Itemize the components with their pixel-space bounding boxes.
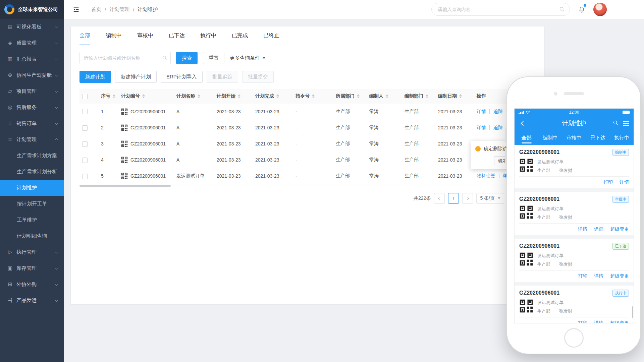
sidebar-subitem[interactable]: 按计划开工单 (0, 196, 64, 212)
card-action-link[interactable]: 详情 (594, 320, 603, 323)
row-action-link[interactable]: 物料变更 (477, 173, 495, 178)
card-action-link[interactable]: 详情 (578, 226, 587, 232)
row-checkbox[interactable] (82, 158, 88, 163)
sort-icon[interactable] (386, 94, 388, 98)
notification-bell-button[interactable] (577, 4, 587, 14)
row-checkbox[interactable] (82, 141, 88, 147)
new-plan-button[interactable]: 新建计划 (79, 71, 111, 83)
phone-scrollbar[interactable] (632, 306, 633, 318)
sort-icon[interactable] (142, 94, 145, 98)
new-schedule-plan-button[interactable]: 新建排产计划 (115, 71, 157, 83)
row-checkbox[interactable] (82, 174, 88, 179)
phone-status-tab[interactable]: 审核中 (562, 131, 586, 145)
card-action-link[interactable]: 打印 (578, 273, 587, 279)
breadcrumb-section[interactable]: 计划管理 (109, 6, 129, 13)
sort-icon[interactable] (312, 94, 315, 98)
plan-card[interactable]: GZ20200906001 执行中 发运测试订单 (515, 286, 634, 323)
sort-icon[interactable] (357, 94, 360, 98)
status-tab[interactable]: 执行中 (200, 26, 216, 45)
search-icon[interactable] (559, 6, 565, 13)
status-tab[interactable]: 已终止 (263, 26, 279, 45)
phone-home-button[interactable] (564, 328, 584, 348)
column-header[interactable]: 序号 (98, 89, 118, 104)
menu-icon[interactable] (623, 121, 629, 126)
status-tab[interactable]: 编制中 (106, 26, 122, 45)
qr-code-icon[interactable] (519, 158, 533, 172)
phone-status-tab[interactable]: 执行中 (610, 131, 634, 145)
sort-icon[interactable] (459, 94, 462, 98)
plan-card[interactable]: GZ20200906001 审批中 发运测试订单 (515, 192, 634, 235)
sort-icon[interactable] (276, 94, 279, 98)
status-tab[interactable]: 审核中 (137, 26, 153, 45)
card-action-link[interactable]: 详情 (620, 179, 629, 185)
breadcrumb-home[interactable]: 首页 (91, 6, 101, 13)
sort-icon[interactable] (238, 94, 240, 98)
phone-status-tab[interactable]: 全部 (515, 131, 538, 145)
card-action-link[interactable]: 超级变更 (610, 273, 629, 279)
reset-button[interactable]: 重置 (203, 52, 224, 64)
search-button[interactable]: 搜索 (176, 52, 198, 64)
sort-icon[interactable] (198, 94, 200, 98)
qr-code-icon[interactable] (519, 299, 533, 313)
select-all-checkbox[interactable] (82, 94, 88, 99)
sidebar-item[interactable]: ▱ 项目管理 (0, 83, 64, 99)
row-checkbox[interactable] (82, 125, 88, 131)
plan-card[interactable]: GZ20200906001 已下达 发运测试订单 (515, 239, 634, 282)
sidebar-subitem[interactable]: 生产需求计划分析 (0, 164, 64, 180)
sort-icon[interactable] (113, 94, 115, 98)
column-header[interactable]: 所属部门 (333, 89, 367, 104)
row-checkbox[interactable] (82, 109, 88, 114)
qr-code-icon[interactable] (121, 173, 128, 179)
row-action-link[interactable]: 追踪 (486, 109, 503, 114)
column-header[interactable]: 编制人 (367, 89, 402, 104)
card-action-link[interactable]: 超级变更 (610, 320, 629, 323)
card-action-link[interactable]: 追踪 (594, 226, 603, 232)
qr-code-icon[interactable] (121, 124, 128, 131)
column-header[interactable]: 计划完成 (253, 89, 293, 104)
next-page-button[interactable] (462, 193, 473, 204)
sidebar-item[interactable]: ▷ 执行管理 (0, 244, 64, 260)
sidebar-item-plan-management[interactable]: ≣ 计划管理 (0, 131, 64, 147)
column-header[interactable]: 计划名称 (174, 89, 214, 104)
prev-page-button[interactable] (434, 193, 445, 204)
row-action-link[interactable]: 追踪 (486, 125, 503, 130)
back-icon[interactable] (519, 120, 526, 127)
status-tab[interactable]: 已下达 (169, 26, 185, 45)
card-action-link[interactable]: 打印 (578, 320, 587, 323)
sidebar-item[interactable]: ◎ 售后服务 (0, 99, 64, 115)
phone-status-tab[interactable]: 编制中 (538, 131, 562, 145)
qr-code-icon[interactable] (519, 252, 533, 266)
current-page[interactable]: 1 (448, 193, 459, 204)
erp-import-button[interactable]: ERP计划导入 (161, 71, 203, 83)
plan-card[interactable]: GZ20200906001 编制中 发运测试订单 (515, 145, 634, 188)
status-tab[interactable]: 全部 (79, 26, 90, 45)
company-logo-row[interactable]: 全球未来智造公司 (0, 0, 64, 19)
qr-code-icon[interactable] (121, 140, 128, 147)
sidebar-item[interactable]: ⊞ 外协外购 (0, 276, 64, 292)
horizontal-scrollbar-thumb[interactable] (79, 185, 171, 187)
sidebar-item[interactable]: ◈ 质量管理 (0, 35, 64, 51)
sidebar-item[interactable]: ⊛ 协同生产驾驶舱 (0, 67, 64, 83)
column-header[interactable]: 计划开始 (214, 89, 253, 104)
status-tab[interactable]: 已完成 (232, 26, 248, 45)
card-action-link[interactable]: 详情 (594, 273, 603, 279)
user-avatar[interactable] (593, 3, 607, 16)
sidebar-subitem[interactable]: 工单维护 (0, 212, 64, 228)
sidebar-item[interactable]: ▤ 可视化看板 (0, 19, 64, 35)
plan-search-input[interactable] (79, 52, 171, 64)
phone-status-tab[interactable]: 已下达 (586, 131, 610, 145)
sidebar-subitem[interactable]: 计划维护 (0, 180, 64, 196)
column-header[interactable]: 指令号 (293, 89, 333, 104)
more-filters-link[interactable]: 更多查询条件 (230, 55, 266, 61)
sort-icon[interactable] (426, 94, 428, 98)
search-icon[interactable] (613, 120, 619, 127)
card-action-link[interactable]: 打印 (603, 179, 613, 185)
sidebar-item[interactable]: ▣ 库存管理 (0, 260, 64, 276)
column-header[interactable]: 编制日期 (435, 89, 474, 104)
card-action-link[interactable]: 超级变更 (610, 226, 629, 232)
sidebar-item[interactable]: ⇶ 产品发运 (0, 292, 64, 308)
column-header[interactable]: 计划编号 (118, 89, 174, 104)
sidebar-subitem[interactable]: 生产需求计划方案 (0, 147, 64, 164)
sidebar-item[interactable]: ▥ 汇总报表 (0, 51, 64, 67)
qr-code-icon[interactable] (519, 205, 533, 219)
